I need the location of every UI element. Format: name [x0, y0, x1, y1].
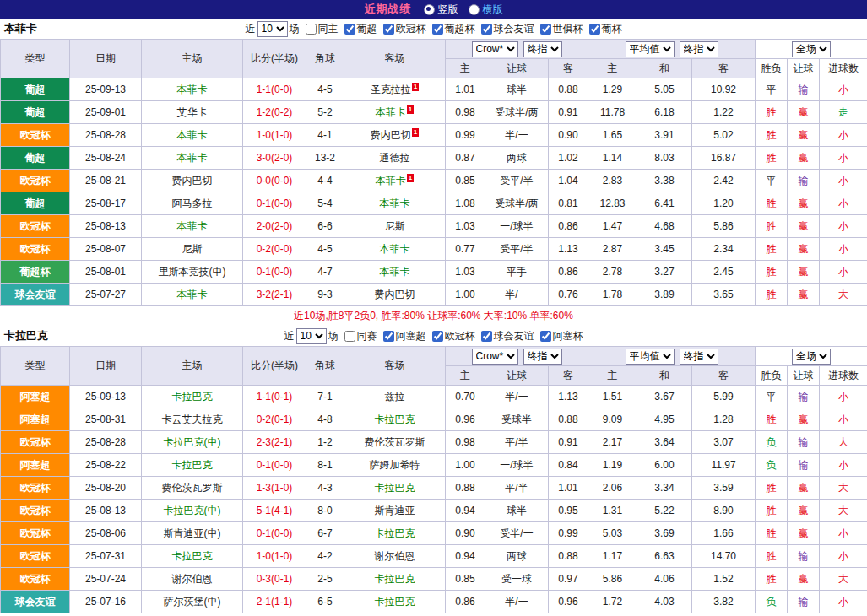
- avg-home-odds: 5.03: [588, 522, 637, 545]
- filter-checkbox[interactable]: [481, 24, 492, 35]
- filter-葡超[interactable]: 葡超: [344, 22, 377, 36]
- scope-select[interactable]: 全场: [792, 349, 831, 365]
- avg-source-select[interactable]: 平均值: [626, 41, 675, 57]
- recent-prefix-label: 近: [246, 22, 256, 36]
- team-label: 本菲卡: [177, 220, 208, 232]
- score: 3-0(2-0): [243, 147, 306, 170]
- avg-draw-odds: 3.64: [637, 431, 692, 454]
- handicap-line: 半/一: [485, 386, 549, 408]
- recent-count-select[interactable]: 10: [296, 328, 327, 344]
- filter-checkbox[interactable]: [432, 331, 443, 342]
- filter-checkbox[interactable]: [306, 24, 317, 35]
- avg-away-odds: 2.42: [692, 170, 756, 192]
- filter-欧冠杯[interactable]: 欧冠杯: [432, 329, 475, 343]
- match-date: 25-07-24: [70, 568, 142, 591]
- away-odds: 0.88: [549, 408, 588, 431]
- team-label: 卡拉巴克: [172, 550, 213, 562]
- avg-draw-odds: 3.89: [637, 284, 692, 306]
- result: 负: [756, 591, 788, 613]
- view-option-横版[interactable]: 横版: [469, 3, 503, 17]
- home-team: 本菲卡: [142, 124, 243, 147]
- odds-stage-select[interactable]: 终指: [523, 349, 562, 365]
- view-option-竖版[interactable]: 竖版: [424, 3, 458, 17]
- avg-home-odds: 5.86: [588, 568, 637, 591]
- home-team: 卡拉巴克: [142, 386, 243, 408]
- goals-result: 大: [820, 477, 867, 500]
- result: 负: [756, 454, 788, 477]
- odds-source-select[interactable]: Crow*: [472, 349, 518, 365]
- odds-stage-select[interactable]: 终指: [523, 41, 562, 57]
- col-header: 主: [588, 59, 637, 78]
- league-badge: 葡超: [1, 78, 70, 101]
- filter-checkbox[interactable]: [432, 24, 443, 35]
- home-odds: 0.98: [446, 431, 485, 454]
- score: 1-0(1-0): [243, 124, 306, 147]
- home-odds: 0.98: [446, 101, 485, 124]
- filter-checkbox[interactable]: [481, 331, 492, 342]
- avg-away-odds: 16.87: [692, 147, 756, 170]
- filter-label: 欧冠杯: [396, 22, 426, 36]
- team-label: 兹拉: [385, 391, 405, 403]
- corners: 4-3: [306, 477, 344, 500]
- avg-away-odds: 5.86: [692, 215, 756, 238]
- match-row: 欧冠杯25-08-13卡拉巴克(中)5-1(4-1)8-0斯肯迪亚0.94球半0…: [1, 500, 867, 522]
- avg-draw-odds: 4.68: [637, 215, 692, 238]
- filter-同赛[interactable]: 同赛: [344, 329, 377, 343]
- home-odds: 1.01: [446, 78, 485, 101]
- away-team: 本菲卡: [344, 261, 446, 284]
- col-header: 主场: [142, 347, 243, 386]
- filter-阿塞超[interactable]: 阿塞超: [383, 329, 426, 343]
- filter-球会友谊[interactable]: 球会友谊: [481, 22, 534, 36]
- team-section: 卡拉巴克近10场同赛阿塞超欧冠杯球会友谊阿塞杯类型日期主场比分(半场)角球客场C…: [0, 326, 867, 616]
- filter-checkbox[interactable]: [589, 24, 600, 35]
- score: 1-1(0-1): [243, 386, 306, 408]
- league-badge: 葡超: [1, 147, 70, 170]
- filter-checkbox[interactable]: [344, 24, 355, 35]
- odds-source-select[interactable]: Crow*: [472, 41, 518, 57]
- match-date: 25-08-07: [70, 238, 142, 261]
- filter-欧冠杯[interactable]: 欧冠杯: [383, 22, 426, 36]
- team-label: 本菲卡: [177, 289, 208, 300]
- avg-away-odds: 1.52: [692, 568, 756, 591]
- handicap-result: 输: [788, 545, 820, 568]
- filter-label: 阿塞杯: [553, 329, 583, 343]
- corners: 4-5: [306, 238, 344, 261]
- col-header: 客场: [344, 347, 446, 386]
- avg-stage-select[interactable]: 终指: [680, 349, 718, 365]
- league-badge: 阿塞超: [1, 408, 70, 431]
- away-team: 尼斯: [344, 215, 446, 238]
- col-header: 进球数: [820, 366, 867, 386]
- filter-世俱杯[interactable]: 世俱杯: [540, 22, 583, 36]
- handicap-result: 赢: [788, 408, 820, 431]
- team-label: 卡拉巴克: [375, 527, 415, 539]
- avg-away-odds: 8.90: [692, 500, 756, 522]
- team-label: 卡拉巴克: [375, 413, 415, 425]
- filter-label: 同赛: [357, 329, 377, 343]
- filter-checkbox[interactable]: [383, 24, 394, 35]
- handicap-line: 受球半/两: [485, 192, 549, 215]
- filter-checkbox[interactable]: [383, 331, 394, 342]
- recent-count-select[interactable]: 10: [257, 21, 288, 37]
- home-odds: 0.77: [446, 238, 485, 261]
- match-date: 25-08-17: [70, 192, 142, 215]
- filter-葡超杯[interactable]: 葡超杯: [432, 22, 475, 36]
- filter-同主[interactable]: 同主: [306, 22, 339, 36]
- filter-checkbox[interactable]: [344, 331, 355, 342]
- match-date: 25-08-24: [70, 147, 142, 170]
- filter-阿塞杯[interactable]: 阿塞杯: [540, 329, 583, 343]
- scope-select[interactable]: 全场: [792, 41, 831, 57]
- avg-stage-select[interactable]: 终指: [680, 41, 718, 57]
- avg-home-odds: 1.72: [588, 591, 637, 613]
- goals-result: 小: [820, 124, 867, 147]
- league-badge: 欧冠杯: [1, 568, 70, 591]
- filter-葡杯[interactable]: 葡杯: [589, 22, 622, 36]
- avg-draw-odds: 6.41: [637, 192, 692, 215]
- league-badge: 欧冠杯: [1, 431, 70, 454]
- handicap-result: 赢: [788, 568, 820, 591]
- filter-checkbox[interactable]: [540, 331, 551, 342]
- filter-checkbox[interactable]: [540, 24, 551, 35]
- avg-source-select[interactable]: 平均值: [626, 349, 675, 365]
- home-team: 艾华卡: [142, 101, 243, 124]
- col-header: 让球: [788, 366, 820, 386]
- filter-球会友谊[interactable]: 球会友谊: [481, 329, 534, 343]
